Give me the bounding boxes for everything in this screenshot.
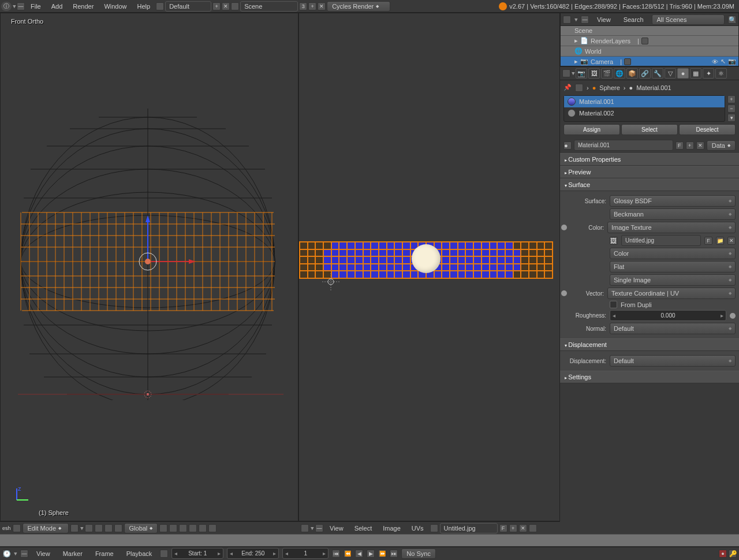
img-open-button[interactable]: 📁 — [716, 237, 724, 245]
image-name-field[interactable]: Untitled.jpg — [440, 523, 498, 533]
outliner-row-scene[interactable]: Scene — [561, 26, 738, 36]
shading-icon[interactable] — [70, 524, 79, 532]
normal-input-select[interactable]: Default — [610, 323, 736, 334]
tab-particles[interactable]: ✦ — [703, 68, 714, 79]
image-browse-icon[interactable] — [430, 524, 438, 532]
timeline-menu-playback[interactable]: Playback — [122, 548, 157, 559]
from-dupli-checkbox[interactable] — [610, 301, 617, 308]
select-button[interactable]: Select — [621, 124, 678, 135]
vector-socket-icon[interactable] — [561, 290, 567, 296]
limit-sel-icon[interactable] — [189, 524, 197, 532]
outliner-search[interactable]: Search — [619, 14, 648, 25]
outliner-filter[interactable]: All Scenes — [652, 14, 725, 25]
frame-start-field[interactable]: Start: 1 — [171, 548, 223, 559]
frame-end-field[interactable]: End: 250 — [227, 548, 279, 559]
tab-world[interactable]: 🌐 — [614, 68, 625, 79]
editor-type-info-icon[interactable]: ⓘ — [1, 2, 12, 11]
mat-add-button[interactable]: + — [727, 95, 736, 103]
panel-preview[interactable]: Preview — [560, 166, 739, 178]
surface-shader-select[interactable]: Glossy BSDF — [610, 195, 736, 207]
bc-data-icon[interactable] — [575, 84, 583, 92]
outliner-collapse-icon[interactable]: — — [581, 16, 589, 24]
jump-start-button[interactable]: ⏮ — [332, 550, 340, 558]
scene-browse-icon[interactable] — [231, 2, 239, 10]
tab-object[interactable]: 📦 — [626, 68, 638, 79]
assign-button[interactable]: Assign — [563, 124, 620, 135]
selmode-edge-icon[interactable] — [169, 524, 177, 532]
deselect-button[interactable]: Deselect — [679, 124, 736, 135]
uv-menu-uvs[interactable]: UVs — [407, 523, 428, 533]
uv-menu-image[interactable]: Image — [378, 523, 405, 533]
mode-browse-icon[interactable] — [13, 524, 21, 532]
material-slot-1[interactable]: Material.002 — [564, 107, 725, 119]
outliner[interactable]: ▶ — View Search All Scenes 🔍 Scene ▸📄Ren… — [560, 13, 739, 66]
menu-add[interactable]: Add — [47, 1, 68, 12]
layout-remove-button[interactable]: ✕ — [222, 2, 230, 10]
outliner-type-icon[interactable] — [563, 16, 571, 24]
selmode-vert-icon[interactable] — [159, 524, 167, 532]
panel-surface[interactable]: Surface — [560, 178, 739, 191]
snap-icon[interactable] — [208, 524, 217, 532]
mat-fake-button[interactable]: F — [675, 141, 684, 150]
image-fake-button[interactable]: F — [499, 524, 507, 532]
colorspace-select[interactable]: Color — [610, 248, 736, 259]
image-add-button[interactable]: + — [509, 524, 517, 532]
pin-icon[interactable]: 📌 — [563, 84, 572, 92]
selmode-face-icon[interactable] — [179, 524, 187, 532]
jump-end-button[interactable]: ⏭ — [390, 550, 398, 558]
panel-custom-props[interactable]: Custom Properties — [560, 153, 739, 166]
color-input-select[interactable]: Image Texture — [607, 222, 736, 233]
tab-texture[interactable]: ▦ — [690, 68, 701, 79]
outliner-expand-icon[interactable]: ▶ — [574, 18, 578, 21]
collapse-menus-icon[interactable]: — — [17, 2, 25, 10]
menu-window[interactable]: Window — [99, 1, 131, 12]
mat-link-select[interactable]: Data◆ — [707, 140, 736, 151]
displacement-select[interactable]: Default — [610, 355, 736, 367]
manipulator-rotate-icon[interactable] — [114, 524, 122, 532]
jump-prev-keyframe-button[interactable]: ⏪ — [344, 550, 352, 558]
scene-users[interactable]: 3 — [299, 2, 307, 10]
panel-settings[interactable]: Settings — [560, 371, 739, 383]
tab-scene[interactable]: 🎬 — [601, 68, 613, 79]
uv-menu-select[interactable]: Select — [350, 523, 377, 533]
use-preview-icon[interactable] — [160, 550, 168, 558]
timeline-collapse-icon[interactable]: — — [20, 550, 28, 558]
proportional-icon[interactable] — [199, 524, 207, 532]
imagetype-select[interactable]: Single Image — [610, 274, 736, 286]
outliner-search-icon[interactable]: 🔍 — [728, 16, 736, 24]
mat-unlink-button[interactable]: ✕ — [696, 141, 704, 150]
timeline-type-icon[interactable]: 🕐 — [2, 550, 10, 558]
bc-object[interactable]: Sphere — [599, 84, 619, 91]
menu-render[interactable]: Render — [68, 1, 98, 12]
layout-browse-icon[interactable] — [156, 2, 164, 10]
menu-help[interactable]: Help — [133, 1, 155, 12]
roughness-field[interactable]: 0.000 — [610, 310, 726, 321]
manipulator-translate-icon[interactable] — [104, 524, 113, 532]
vector-input-select[interactable]: Texture Coordinate | UV — [607, 288, 736, 299]
layout-add-button[interactable]: + — [212, 2, 221, 10]
outliner-row-renderlayers[interactable]: ▸📄RenderLayers| — [561, 36, 738, 46]
uv-expand-icon[interactable]: ▶ — [310, 527, 315, 529]
manipulator-icon[interactable] — [95, 524, 103, 532]
outliner-row-camera[interactable]: ▸📷Camera|👁↖📷 — [561, 57, 738, 66]
uv-menu-view[interactable]: View — [325, 523, 348, 533]
tab-physics[interactable]: ⚛ — [715, 68, 727, 79]
material-list[interactable]: Material.001 Material.002 — [563, 95, 725, 122]
mat-new-button[interactable]: + — [686, 141, 694, 150]
timeline-menu-frame[interactable]: Frame — [91, 548, 118, 559]
sync-select[interactable]: No Sync — [401, 548, 436, 559]
mat-remove-button[interactable]: − — [727, 104, 736, 113]
play-button[interactable]: ▶ — [367, 550, 375, 558]
tab-layers[interactable]: 🖼 — [588, 68, 600, 79]
tab-constraints[interactable]: 🔗 — [639, 68, 651, 79]
screen-layout-select[interactable]: Default — [165, 1, 211, 12]
uv-collapse-icon[interactable]: — — [315, 524, 323, 532]
props-type-icon[interactable] — [562, 69, 570, 77]
scene-select[interactable]: Scene — [240, 1, 298, 12]
props-expand-icon[interactable]: ▶ — [571, 72, 576, 75]
play-reverse-button[interactable]: ◀ — [355, 550, 363, 558]
img-browse-icon[interactable]: 🖼 — [610, 237, 618, 245]
projection-select[interactable]: Flat — [610, 261, 736, 272]
mat-specials-button[interactable]: ▾ — [727, 114, 736, 122]
timeline-menu-marker[interactable]: Marker — [58, 548, 87, 559]
